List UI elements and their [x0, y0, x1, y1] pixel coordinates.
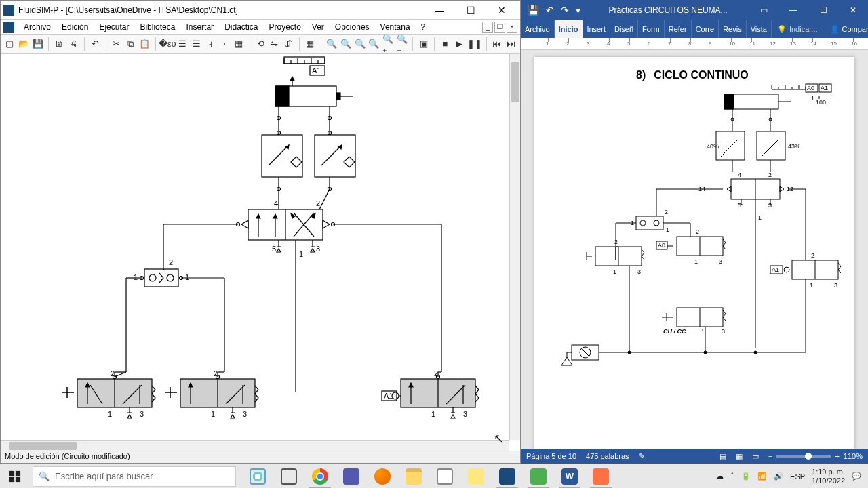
grid-icon[interactable]: ▦: [304, 37, 317, 52]
menu-insertar[interactable]: Insertar: [180, 20, 219, 35]
menu-archivo[interactable]: Archivo: [18, 20, 56, 35]
app-camtasia[interactable]: [524, 464, 553, 489]
app-fluidsim[interactable]: [492, 464, 522, 489]
library-icon[interactable]: ▣: [417, 37, 430, 52]
app-explorer[interactable]: [399, 464, 429, 489]
zoom-in-button[interactable]: +: [835, 452, 839, 460]
save-icon[interactable]: 💾: [528, 5, 539, 16]
mirror-v-icon[interactable]: ⇵: [282, 37, 295, 52]
pause-icon[interactable]: ❚❚: [467, 37, 482, 52]
app-firefox[interactable]: [368, 464, 397, 489]
menu-proyecto[interactable]: Proyecto: [263, 20, 306, 35]
tray-clock[interactable]: 1:19 p. m. 1/10/2022: [812, 468, 845, 484]
app-recorder[interactable]: [586, 464, 616, 489]
dist-h-icon[interactable]: ⫞: [204, 37, 217, 52]
zoom-slider[interactable]: [776, 455, 831, 458]
open-icon[interactable]: 📂: [18, 37, 31, 52]
tray-volume-icon[interactable]: 🔊: [774, 472, 783, 481]
tab-archivo[interactable]: Archivo: [521, 20, 555, 38]
taskview-icon[interactable]: [274, 464, 304, 489]
tab-vista[interactable]: Vista: [747, 20, 772, 38]
fluidsim-canvas[interactable]: A1: [1, 54, 520, 451]
start-button[interactable]: [0, 464, 30, 489]
align-left-icon[interactable]: �ευ: [160, 37, 175, 52]
status-page[interactable]: Página 5 de 10: [526, 452, 576, 460]
print-icon[interactable]: 🖨: [67, 37, 80, 52]
mirror-h-icon[interactable]: ⇋: [268, 37, 281, 52]
play-icon[interactable]: ▶: [453, 37, 466, 52]
view-read-icon[interactable]: ▤: [719, 452, 726, 461]
tray-notifications-icon[interactable]: 💬: [852, 472, 861, 481]
mdi-minimize-icon[interactable]: _: [482, 22, 493, 33]
menu-help[interactable]: ?: [416, 20, 431, 35]
app-store[interactable]: [430, 464, 460, 489]
tab-revisar[interactable]: Revis: [719, 20, 747, 38]
new-icon[interactable]: ▢: [3, 37, 16, 52]
step-fwd-icon[interactable]: ⏭: [505, 37, 517, 52]
menu-opciones[interactable]: Opciones: [330, 20, 375, 35]
app-teams[interactable]: [336, 464, 366, 489]
flow-control-left[interactable]: [262, 135, 302, 177]
redo-icon[interactable]: ↷: [561, 5, 569, 16]
spellcheck-icon[interactable]: ✎: [639, 452, 645, 461]
app-notes[interactable]: [461, 464, 491, 489]
zoom-fit-icon[interactable]: 🔍: [326, 37, 338, 52]
group-icon[interactable]: ▦: [233, 37, 245, 52]
align-center-icon[interactable]: ☰: [176, 37, 189, 52]
zoom-in-icon[interactable]: 🔍₊: [382, 37, 395, 52]
undo-icon[interactable]: ↶: [546, 5, 554, 16]
paste-icon[interactable]: 📋: [138, 37, 151, 52]
app-word[interactable]: W: [555, 464, 585, 489]
copy-icon[interactable]: ⧉: [124, 37, 137, 52]
align-right-icon[interactable]: ☰: [191, 37, 203, 52]
word-minimize-button[interactable]: —: [778, 0, 808, 20]
close-button[interactable]: ✕: [486, 1, 517, 20]
menu-ventana[interactable]: Ventana: [375, 20, 416, 35]
word-ruler[interactable]: 12345678910111213141516: [521, 38, 868, 50]
dist-v-icon[interactable]: ⫠: [218, 37, 231, 52]
zoom-out-button[interactable]: −: [768, 452, 772, 460]
valve-bottom-left[interactable]: [62, 379, 155, 407]
tray-battery-icon[interactable]: 🔋: [741, 472, 751, 481]
zoom-window-icon[interactable]: 🔍: [339, 37, 352, 52]
valve-bottom-right[interactable]: [392, 379, 479, 407]
cut-icon[interactable]: ✂: [110, 37, 123, 52]
word-page-area[interactable]: 8) CICLO CONTINUO A0 A1 100 1: [521, 50, 868, 449]
mdi-restore-icon[interactable]: ❐: [494, 22, 505, 33]
word-close-button[interactable]: ✕: [838, 0, 868, 20]
scrollbar-horizontal[interactable]: [1, 440, 509, 451]
valve-bottom-middle[interactable]: [165, 379, 258, 407]
tray-chevron-icon[interactable]: ˄: [730, 472, 734, 481]
status-words[interactable]: 475 palabras: [586, 452, 629, 460]
menu-didactica[interactable]: Didáctica: [219, 20, 263, 35]
qat-more-icon[interactable]: ▾: [576, 5, 580, 16]
shuttle-valve[interactable]: [144, 269, 178, 287]
tray-wifi-icon[interactable]: 📶: [757, 472, 767, 481]
step-back-icon[interactable]: ⏮: [490, 37, 503, 52]
save-icon[interactable]: 💾: [32, 37, 45, 52]
view-print-icon[interactable]: ▦: [736, 452, 743, 461]
menu-edicion[interactable]: Edición: [56, 20, 94, 35]
cortana-icon[interactable]: [243, 464, 273, 489]
undo-icon[interactable]: ↶: [89, 37, 102, 52]
tab-referencias[interactable]: Refer: [665, 20, 692, 38]
zoom-100-icon[interactable]: 🔍: [368, 37, 380, 52]
tab-insertar[interactable]: Insert: [583, 20, 610, 38]
taskbar-search[interactable]: 🔍 Escribe aquí para buscar: [33, 466, 236, 487]
minimize-button[interactable]: —: [424, 1, 455, 20]
tray-onedrive-icon[interactable]: ☁: [716, 472, 724, 481]
zoom-out-icon[interactable]: 🔍₋: [396, 37, 409, 52]
menu-ejecutar[interactable]: Ejecutar: [94, 20, 134, 35]
tab-diseno[interactable]: Diseñ: [610, 20, 638, 38]
app-chrome[interactable]: [305, 464, 335, 489]
stop-icon[interactable]: ■: [439, 37, 452, 52]
zoom-value[interactable]: 110%: [844, 452, 863, 460]
word-maximize-button[interactable]: ☐: [808, 0, 838, 20]
rotate-icon[interactable]: ⟲: [254, 37, 267, 52]
flow-control-right[interactable]: [315, 135, 355, 177]
ribbon-opts-icon[interactable]: ▭: [749, 0, 778, 20]
menu-biblioteca[interactable]: Biblioteca: [134, 20, 180, 35]
view-web-icon[interactable]: ▭: [752, 452, 759, 461]
scrollbar-vertical[interactable]: [509, 54, 520, 440]
tab-inicio[interactable]: Inicio: [555, 20, 583, 38]
